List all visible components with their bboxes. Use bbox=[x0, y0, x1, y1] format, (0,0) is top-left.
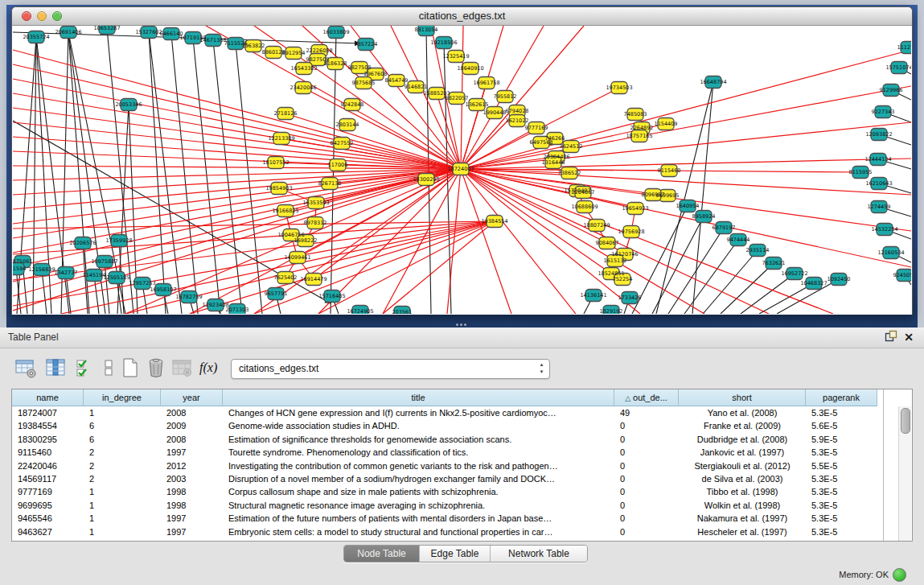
scrollbar-thumb[interactable] bbox=[901, 408, 910, 434]
column-header-label: name bbox=[36, 393, 59, 402]
graph-node-label: 18757165 bbox=[626, 133, 652, 139]
graph-node-label: 19654923 bbox=[622, 205, 648, 212]
graph-node-label: 10468327 bbox=[800, 280, 827, 286]
column-header-label: short bbox=[732, 393, 751, 402]
graph-edge[interactable] bbox=[171, 34, 198, 314]
table-cell: 1 bbox=[84, 485, 161, 498]
column-header-year[interactable]: year bbox=[161, 389, 223, 406]
graph-node-label: 15751074 bbox=[885, 64, 911, 71]
dropdown-stepper-icon: ▲▼ bbox=[537, 361, 546, 376]
network-window-title: citations_edges.txt bbox=[12, 10, 912, 22]
table-cell: 14569117 bbox=[12, 472, 84, 485]
graph-node-label: 15716485 bbox=[318, 293, 345, 299]
table-cell: 1 bbox=[84, 499, 161, 512]
column-header-label: in_degree bbox=[102, 393, 142, 402]
new-column-button[interactable] bbox=[119, 356, 142, 379]
table-cell: 2 bbox=[84, 472, 161, 485]
tab-node-table[interactable]: Node Table bbox=[344, 546, 420, 562]
graph-edge[interactable] bbox=[318, 221, 495, 314]
graph-node-label: 2718126 bbox=[274, 110, 298, 117]
graph-node-label: 7625402 bbox=[274, 274, 298, 281]
table-row[interactable]: 2242004622012Investigating the contribut… bbox=[12, 459, 912, 472]
column-header-in_degree[interactable]: in_degree bbox=[84, 389, 161, 406]
table-cell: Wolkin et al. (1998) bbox=[679, 499, 806, 512]
graph-edge[interactable] bbox=[285, 113, 461, 169]
graph-edge[interactable] bbox=[331, 32, 336, 314]
table-row[interactable]: 1456911722003Disruption of a novel membe… bbox=[12, 472, 912, 485]
formula-label: f(x) bbox=[199, 360, 217, 374]
graph-node-label: 23420046 bbox=[290, 84, 316, 91]
column-header-title[interactable]: title bbox=[223, 389, 614, 406]
table-cell: 1 bbox=[84, 406, 161, 419]
table-cell: 2 bbox=[84, 446, 161, 459]
column-header-short[interactable]: short bbox=[679, 389, 806, 406]
table-cell: Yano et al. (2008) bbox=[679, 406, 806, 419]
table-row[interactable]: 946362711997Embryonic stem cells: a mode… bbox=[12, 525, 912, 538]
graph-edge[interactable] bbox=[721, 263, 774, 314]
table-row[interactable]: 1872400712008Changes of HCN gene express… bbox=[12, 406, 912, 419]
graph-edge[interactable] bbox=[149, 32, 182, 314]
table-header-row: namein_degreeyeartitle△out_de...shortpag… bbox=[12, 389, 912, 406]
table-row[interactable]: 1938455462009Genome-wide association stu… bbox=[12, 419, 912, 432]
graph-edge[interactable] bbox=[303, 88, 461, 169]
graph-edge[interactable] bbox=[213, 40, 242, 314]
graph-node-label: 16210643 bbox=[865, 180, 892, 187]
float-panel-icon[interactable] bbox=[884, 330, 898, 344]
network-window-titlebar[interactable]: citations_edges.txt bbox=[12, 7, 912, 26]
formula-builder-button[interactable]: f(x) bbox=[199, 356, 227, 379]
graph-node-label: 8978312 bbox=[304, 220, 327, 226]
table-selector-dropdown[interactable]: citations_edges.txt ▲▼ bbox=[231, 359, 550, 379]
graph-node-label: 16961758 bbox=[473, 80, 499, 86]
column-header-pagerank[interactable]: pagerank bbox=[806, 389, 877, 406]
graph-edge[interactable] bbox=[107, 28, 133, 314]
tab-network-table[interactable]: Network Table bbox=[491, 546, 587, 562]
table-toolbar: f(x) citations_edges.txt ▲▼ bbox=[0, 348, 924, 389]
memory-status-icon bbox=[893, 568, 906, 582]
table-row[interactable]: 911546021997Tourette syndrome. Phenomeno… bbox=[12, 446, 912, 459]
table-cell: 9699695 bbox=[12, 499, 84, 512]
table-cell: 5.3E-5 bbox=[806, 446, 877, 459]
table-cell: 9115460 bbox=[12, 446, 84, 459]
table-panel-title: Table Panel bbox=[8, 332, 59, 343]
table-mode-button[interactable] bbox=[14, 356, 37, 379]
graph-edge[interactable] bbox=[16, 269, 21, 314]
graph-node-label: 12505185 bbox=[103, 274, 129, 281]
split-divider-handle[interactable] bbox=[456, 323, 467, 327]
graph-node-label: 2935114 bbox=[746, 247, 770, 253]
table-row[interactable]: 977716911998Corpus callosum shape and si… bbox=[12, 485, 912, 498]
show-columns-button[interactable] bbox=[44, 356, 67, 379]
table-cell: 0 bbox=[614, 446, 679, 459]
column-header-out_de[interactable]: △out_de... bbox=[614, 389, 679, 406]
table-row[interactable]: 969969511998Structural magnetic resonanc… bbox=[12, 499, 912, 512]
table-tabs-bar: Node TableEdge TableNetwork Table bbox=[0, 542, 924, 566]
graph-node-label: 9227343 bbox=[872, 109, 895, 115]
graph-node-label: 20691406 bbox=[55, 29, 81, 35]
table-row[interactable]: 1830029562008Estimation of significance … bbox=[12, 433, 912, 446]
graph-node-label: 7386522 bbox=[558, 170, 581, 176]
table-cell: 49 bbox=[614, 406, 679, 419]
select-columns-button[interactable] bbox=[74, 356, 97, 379]
network-canvas[interactable]: 2035572420691406106532871532760264661401… bbox=[13, 26, 911, 314]
row-height-button[interactable] bbox=[98, 356, 121, 379]
vertical-scrollbar[interactable] bbox=[898, 406, 911, 541]
table-row[interactable]: 946554611997Estimation of the future num… bbox=[12, 512, 912, 525]
delete-table-button[interactable] bbox=[170, 356, 193, 379]
table-cell: Estimation of significance thresholds fo… bbox=[223, 433, 614, 446]
column-header-label: out_de... bbox=[633, 393, 667, 402]
graph-edge[interactable] bbox=[461, 169, 911, 267]
delete-column-button[interactable] bbox=[145, 356, 167, 379]
graph-node-label: 2204067 bbox=[572, 189, 595, 196]
table-selector-value: citations_edges.txt bbox=[239, 363, 318, 374]
close-panel-icon[interactable]: ✕ bbox=[901, 330, 916, 344]
graph-node-label: 3624512 bbox=[560, 143, 583, 150]
column-header-name[interactable]: name bbox=[12, 389, 84, 406]
tab-edge-table[interactable]: Edge Table bbox=[420, 546, 491, 562]
graph-edge[interactable] bbox=[13, 122, 461, 169]
graph-edge[interactable] bbox=[13, 50, 461, 169]
table-cell: Disruption of a novel member of a sodium… bbox=[223, 472, 614, 485]
graph-edge[interactable] bbox=[741, 274, 795, 314]
graph-edge[interactable] bbox=[149, 32, 166, 314]
graph-node-label: 12093822 bbox=[865, 131, 892, 138]
graph-node-label: 14099461 bbox=[284, 254, 310, 261]
graph-node-label: 16958107 bbox=[150, 286, 176, 293]
